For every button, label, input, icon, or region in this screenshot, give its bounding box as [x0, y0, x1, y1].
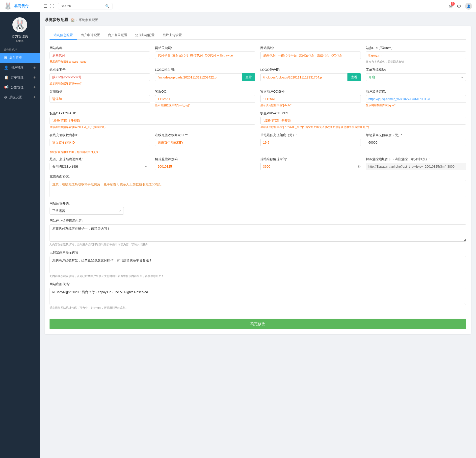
- breadcrumb-home[interactable]: 🏠: [71, 18, 75, 22]
- form-group-max-recharge: 单笔最高充值额度（元）:: [366, 133, 466, 146]
- form-group-thaw-time: 冻结余额解冻时间: 秒: [260, 157, 361, 170]
- thaw-captcha-label: 解冻监控识别码:: [155, 157, 256, 161]
- logo-white-input-group: 查看: [155, 73, 256, 81]
- merchant-key-label: 在线充值收款商家KEY:: [155, 133, 256, 137]
- avatar[interactable]: 👤: [465, 3, 472, 10]
- dashboard-icon: ⊞: [4, 55, 7, 60]
- avatar-icon: 👤: [467, 4, 471, 8]
- thaw-url-label: 解冻监控地址如下（请注监控，每分钟1次）:: [366, 157, 466, 161]
- users-expand-icon[interactable]: +: [33, 65, 36, 70]
- tab-merchant-login[interactable]: 商户登录配置: [104, 31, 131, 40]
- notification-button[interactable]: ✉ 5: [449, 3, 453, 9]
- thaw-time-input[interactable]: [260, 163, 356, 170]
- wechat-input[interactable]: [50, 95, 150, 103]
- merchant-id-input[interactable]: [50, 139, 150, 146]
- thaw-url-input[interactable]: [366, 163, 466, 170]
- form-row-5: 在线充值收款商家ID: 在线充值收款商家KEY: 单笔最低充值额度（元）: 单笔…: [50, 133, 466, 146]
- copyright-label: 网站底部代码:: [50, 282, 466, 286]
- menu-toggle-icon[interactable]: ☰: [44, 3, 48, 9]
- min-recharge-label: 单笔最低充值额度（元）:: [260, 133, 361, 137]
- freeze-redirect-select[interactable]: 关闭冻结跳远到账 开启冻结跳远到账: [50, 163, 150, 170]
- site-desc-label: 网站描述:: [260, 46, 361, 50]
- sidebar-item-label-dashboard: 后台首页: [9, 55, 36, 60]
- banned-notice-hint: 此内容强烈建议填写，否则已封禁账户登录及支付时跳出新页中提示内容为空，容易误导用…: [50, 274, 466, 278]
- sidebar-nav-title: 后台导航栏: [0, 45, 40, 53]
- sidebar-item-announcements[interactable]: 📢 公告管理 +: [0, 82, 40, 92]
- expand-icon[interactable]: ⛶: [50, 4, 54, 8]
- official-qq-hint: 显示调用数据库表"[shqh]": [260, 103, 361, 107]
- site-desc-input[interactable]: [260, 51, 361, 59]
- max-recharge-input[interactable]: [366, 139, 466, 146]
- form-group-site-name: 网站名称: 显示调用数据库表"[web_name]": [50, 46, 150, 64]
- site-url-input[interactable]: [366, 51, 466, 59]
- copyright-textarea[interactable]: © CopyRight 2020：易商代付（espay.Cn）Inc.All R…: [50, 288, 466, 305]
- logo-color-query-button[interactable]: 查看: [347, 73, 361, 81]
- site-url-hint: 修改为本站域名，否则回调出错: [366, 60, 466, 64]
- banned-notice-label: 已封禁商户提示内容:: [50, 250, 466, 255]
- form-group-captcha-key: 极验PRIVATE_KEY: 显示调用数据库表"[PRIVATE_KEY]" (…: [260, 111, 466, 129]
- qq-hint: 显示调用数据库表"[web_qq]": [155, 103, 256, 107]
- site-running-label: 网站运营开关:: [50, 201, 466, 206]
- sidebar-item-orders[interactable]: 📋 订单管理 +: [0, 73, 40, 82]
- max-recharge-label: 单笔最高充值额度（元）:: [366, 133, 466, 137]
- sidebar-item-settings[interactable]: ⚙ 系统设置 +: [0, 92, 40, 102]
- qq-input[interactable]: [155, 95, 256, 103]
- form-group-site-desc: 网站描述:: [260, 46, 361, 64]
- keyword-input[interactable]: [155, 51, 256, 59]
- thaw-time-row: 秒: [260, 163, 361, 170]
- notification-badge: 5: [451, 2, 455, 6]
- logo-white-input[interactable]: [155, 73, 242, 81]
- tab-image-upload[interactable]: 图片上传设置: [159, 31, 186, 40]
- banned-notice-textarea[interactable]: 您的商户已被封禁，已禁止登录及支付操作，有问题请联系平台客服！: [50, 256, 466, 273]
- merchant-hint: 系统仅款所用商户ID，包括测试支付页面！: [50, 150, 466, 154]
- icp-input[interactable]: [50, 73, 150, 81]
- official-qq-input[interactable]: [260, 95, 361, 103]
- keyword-label: 网站关键词:: [155, 46, 256, 50]
- tab-merchant-apply[interactable]: 商户申请配置: [77, 31, 104, 40]
- site-stop-notice-label: 网站停止运营提示内容:: [50, 219, 466, 223]
- merchant-key-input[interactable]: [155, 139, 256, 146]
- search-box[interactable]: 🔍: [58, 3, 112, 9]
- form-group-copyright: 网站底部代码: © CopyRight 2020：易商代付（espay.Cn）I…: [50, 282, 466, 305]
- form-row-1: 网站名称: 显示调用数据库表"[web_name]" 网站关键词: 网站描述: …: [50, 46, 466, 64]
- recharge-agreement-textarea[interactable]: 注意：在线充值所收取%手续费用，免手续费可联系人工加款最低充值500起。: [50, 180, 466, 197]
- captcha-key-input[interactable]: [260, 117, 466, 125]
- search-icon: 🔍: [105, 4, 109, 8]
- form-group-merchant-key: 在线充值收款商家KEY:: [155, 133, 256, 146]
- search-input[interactable]: [61, 4, 105, 8]
- captcha-id-input[interactable]: [50, 117, 255, 125]
- captcha-id-hint: 显示调用数据库表"[CAPTCHA_ID]" (极验官网): [50, 125, 255, 129]
- sidebar-item-label-orders: 订单管理: [11, 75, 33, 80]
- main-content: 系统参数配置 🏠 / 系统参数配置 站点信息配置 商户申请配置 商户登录配置 短…: [40, 12, 476, 458]
- icp-hint: 显示调用数据库表"[biean]": [50, 82, 150, 85]
- tabs: 站点信息配置 商户申请配置 商户登录配置 短信邮箱配置 图片上传设置: [50, 31, 466, 40]
- tab-site-info[interactable]: 站点信息配置: [50, 31, 77, 40]
- announcements-expand-icon[interactable]: +: [33, 85, 36, 90]
- sidebar: 🐰 官方管理员 admin 后台导航栏 ⊞ 后台首页 👤 用户管理 + 📋 订单…: [0, 12, 40, 458]
- site-running-select[interactable]: 正常运营 停止运营: [50, 207, 124, 215]
- settings-button[interactable]: ⚙: [457, 3, 461, 9]
- logo-color-input-group: 查看: [260, 73, 361, 81]
- sidebar-item-users[interactable]: 👤 用户管理 +: [0, 63, 40, 73]
- settings-expand-icon[interactable]: +: [33, 95, 36, 100]
- work-module-select[interactable]: 开启 关闭: [366, 73, 466, 81]
- orders-expand-icon[interactable]: +: [33, 75, 36, 80]
- logo: 🐰 易商代付: [4, 2, 44, 10]
- sidebar-item-label-users: 用户管理: [11, 65, 33, 70]
- logo-white-query-button[interactable]: 查看: [242, 73, 255, 81]
- join-group-input[interactable]: [366, 95, 466, 103]
- sidebar-item-dashboard[interactable]: ⊞ 后台首页: [0, 53, 40, 63]
- min-recharge-input[interactable]: [260, 139, 361, 146]
- sidebar-username: 官方管理员: [2, 34, 37, 39]
- site-stop-notice-textarea[interactable]: 易商代付系统正在维护中，请稍后访问！: [50, 224, 466, 242]
- icp-label: 站点备案号:: [50, 68, 150, 72]
- form-group-join-group: 商户加群链接: 显示调用数据库表"[qun]": [366, 89, 466, 107]
- thaw-captcha-input[interactable]: [155, 163, 256, 170]
- site-name-input[interactable]: [50, 51, 150, 59]
- logo-color-input[interactable]: [260, 73, 347, 81]
- recharge-agreement-label: 充值页面协议:: [50, 174, 466, 179]
- submit-button[interactable]: 确定修改: [50, 319, 466, 329]
- tab-email[interactable]: 短信邮箱配置: [131, 31, 159, 40]
- form-group-recharge-agreement: 充值页面协议: 注意：在线充值所收取%手续费用，免手续费可联系人工加款最低充值5…: [50, 174, 466, 197]
- form-group-banned-notice: 已封禁商户提示内容: 您的商户已被封禁，已禁止登录及支付操作，有问题请联系平台客…: [50, 250, 466, 273]
